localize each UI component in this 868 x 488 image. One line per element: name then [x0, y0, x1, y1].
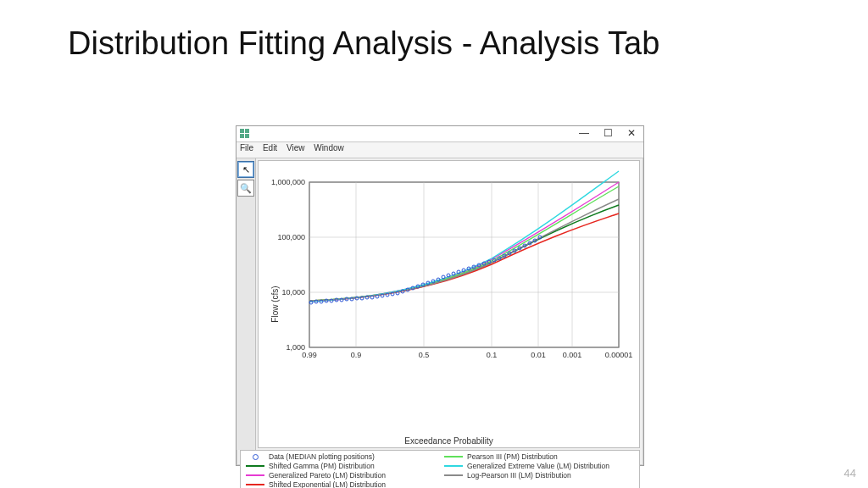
- x-axis-label: Exceedance Probability: [404, 436, 493, 446]
- svg-text:0.5: 0.5: [419, 351, 430, 359]
- zoom-tool[interactable]: 🔍: [237, 180, 254, 197]
- chart-svg: 0.990.90.50.10.010.0010.000011,00010,000…: [259, 161, 638, 446]
- svg-text:1,000: 1,000: [286, 343, 305, 352]
- slide-title: Distribution Fitting Analysis - Analysis…: [68, 25, 797, 63]
- menu-file[interactable]: File: [240, 143, 253, 152]
- maximize-button[interactable]: ☐: [596, 126, 620, 141]
- menubar: File Edit View Window: [236, 142, 643, 158]
- tool-strip: ↖ 🔍: [236, 158, 256, 450]
- plot-area[interactable]: Flow (cfs) Exceedance Probability 0.990.…: [258, 160, 640, 448]
- page-number: 44: [844, 467, 856, 480]
- app-window: — ☐ ✕ File Edit View Window ↖ 🔍 Flow (cf…: [236, 125, 644, 466]
- legend-item: Generalized Extreme Value (LM) Distribut…: [444, 462, 634, 470]
- svg-text:0.9: 0.9: [351, 351, 362, 359]
- svg-text:0.00001: 0.00001: [605, 351, 633, 359]
- minimize-button[interactable]: —: [572, 126, 596, 141]
- svg-text:0.001: 0.001: [563, 351, 582, 359]
- svg-text:0.1: 0.1: [487, 351, 498, 359]
- legend-item: Generalized Pareto (LM) Distribution: [246, 471, 436, 480]
- close-button[interactable]: ✕: [620, 126, 643, 141]
- y-axis-label: Flow (cfs): [270, 286, 280, 322]
- svg-text:0.01: 0.01: [531, 351, 546, 359]
- legend-item: Shifted Exponential (LM) Distribution: [246, 480, 436, 488]
- legend: Data (MEDIAN plotting positions)Pearson …: [240, 450, 640, 488]
- svg-text:1,000,000: 1,000,000: [271, 178, 305, 186]
- menu-view[interactable]: View: [287, 143, 305, 152]
- legend-item: Data (MEDIAN plotting positions): [246, 452, 436, 461]
- legend-item: Log-Pearson III (LM) Distribution: [444, 471, 634, 480]
- menu-edit[interactable]: Edit: [263, 143, 277, 152]
- menu-window[interactable]: Window: [314, 143, 344, 152]
- legend-item: Shifted Gamma (PM) Distribution: [246, 462, 436, 470]
- pointer-tool[interactable]: ↖: [237, 161, 254, 178]
- titlebar[interactable]: — ☐ ✕: [236, 126, 643, 142]
- svg-text:0.99: 0.99: [302, 351, 317, 359]
- svg-text:10,000: 10,000: [281, 288, 305, 297]
- legend-item: Pearson III (PM) Distribution: [444, 452, 634, 461]
- svg-text:100,000: 100,000: [277, 233, 305, 241]
- app-icon: [240, 129, 250, 139]
